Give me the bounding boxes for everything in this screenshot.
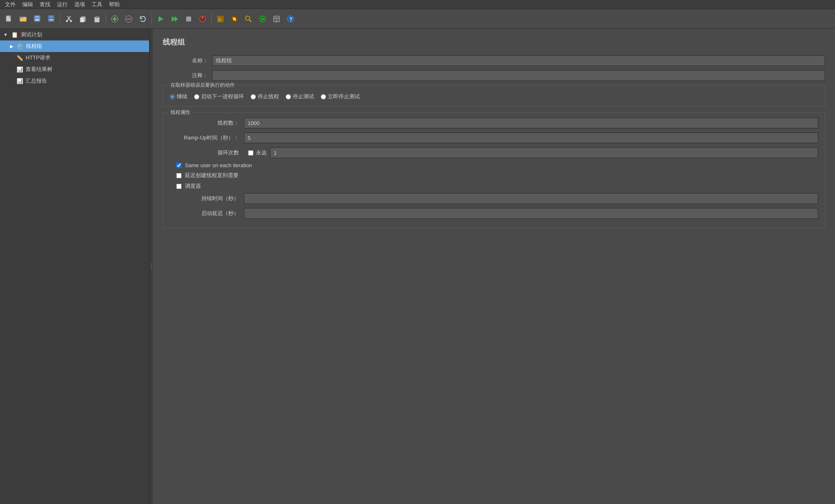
name-input[interactable] [212, 55, 825, 66]
clear-button[interactable] [228, 12, 241, 26]
expand-arrow: ▼ [3, 32, 8, 37]
menu-run[interactable]: 运行 [54, 0, 71, 9]
svg-marker-36 [262, 17, 265, 21]
svg-rect-5 [35, 19, 39, 21]
run-button[interactable] [154, 12, 167, 26]
thread-props-title: 线程属性 [168, 109, 193, 116]
loop-forever-container: 永远 [248, 149, 267, 156]
scheduler-checkbox[interactable] [176, 184, 182, 189]
svg-marker-24 [175, 16, 178, 22]
radio-stop-test-label: 停止测试 [293, 93, 314, 100]
sidebar-item-view-results-tree[interactable]: 📊 查看结果树 [0, 64, 149, 75]
thread-group-icon: ⚙️ [17, 43, 24, 50]
svg-line-34 [249, 20, 251, 22]
save-all-button[interactable] [31, 12, 44, 26]
search-button[interactable] [242, 12, 255, 26]
separator-1 [60, 13, 60, 25]
cut-button[interactable] [62, 12, 76, 26]
ramp-up-input[interactable] [244, 133, 818, 143]
loop-count-row: 循环次数 永远 [170, 147, 818, 158]
sidebar-item-http-request[interactable]: ✏️ HTTP请求 [0, 52, 149, 64]
svg-marker-22 [158, 16, 163, 22]
loop-count-input[interactable] [270, 147, 818, 158]
menu-file[interactable]: 文件 [2, 0, 19, 9]
remote-start-button[interactable] [256, 12, 269, 26]
shutdown-button[interactable] [196, 12, 209, 26]
delayed-start-row: 延迟创建线程直到需要 [170, 172, 818, 179]
resize-indicator [151, 263, 152, 270]
svg-rect-14 [80, 17, 84, 22]
undo-button[interactable] [136, 12, 149, 26]
add-button[interactable] [108, 12, 121, 26]
radio-stop-test-now-label: 立即停止测试 [328, 93, 360, 100]
help-button[interactable]: ? [284, 12, 297, 26]
loop-forever-label[interactable]: 永远 [256, 149, 267, 156]
same-user-checkbox[interactable] [176, 163, 182, 168]
paste-button[interactable] [90, 12, 104, 26]
remove-button[interactable] [122, 12, 135, 26]
startup-delay-label: 启动延迟（秒） [170, 210, 244, 217]
delayed-start-label[interactable]: 延迟创建线程直到需要 [185, 172, 239, 179]
same-user-label[interactable]: Same user on each iteration [185, 162, 252, 168]
menu-bar: 文件 编辑 查找 运行 选项 工具 帮助 [0, 0, 835, 9]
delayed-start-checkbox[interactable] [176, 173, 182, 178]
dot-2 [151, 266, 152, 267]
stop-button[interactable] [182, 12, 195, 26]
radio-continue-label: 继续 [177, 93, 187, 100]
startup-delay-input[interactable] [244, 208, 818, 219]
comment-input[interactable] [212, 70, 825, 81]
test-plan-label: 测试计划 [21, 31, 42, 38]
radio-stop-test-input[interactable] [286, 94, 291, 99]
sidebar-item-thread-group[interactable]: ▶ ⚙️ 线程组 [0, 40, 149, 52]
svg-rect-27 [202, 16, 203, 19]
duration-row: 持续时间（秒） [170, 193, 818, 204]
radio-start-next-input[interactable] [194, 94, 199, 99]
results-tree-icon: 📊 [17, 66, 23, 73]
thread-count-label: 线程数： [170, 119, 244, 127]
separator-4 [211, 13, 212, 25]
duration-input[interactable] [244, 193, 818, 204]
separator-2 [106, 13, 106, 25]
radio-stop-test[interactable]: 停止测试 [286, 93, 314, 100]
save-button[interactable] [45, 12, 58, 26]
radio-start-next[interactable]: 启动下一进程循环 [194, 93, 244, 100]
startup-delay-row: 启动延迟（秒） [170, 208, 818, 219]
svg-rect-4 [35, 16, 39, 18]
radio-continue-input[interactable] [170, 94, 175, 99]
function-helper-button[interactable]: fx [214, 12, 227, 26]
name-row: 名称： [163, 55, 825, 66]
run-no-pause-button[interactable] [168, 12, 181, 26]
radio-continue[interactable]: 继续 [170, 93, 187, 100]
radio-stop-thread-input[interactable] [251, 94, 256, 99]
loop-forever-checkbox[interactable] [248, 150, 253, 156]
svg-rect-2 [20, 17, 23, 18]
radio-start-next-label: 启动下一进程循环 [201, 93, 244, 100]
thread-count-input[interactable] [244, 118, 818, 128]
radio-stop-test-now-input[interactable] [321, 94, 326, 99]
template-button[interactable] [270, 12, 283, 26]
menu-help[interactable]: 帮助 [106, 0, 123, 9]
new-button[interactable] [2, 12, 16, 26]
test-plan-icon: 📋 [11, 31, 18, 38]
ramp-up-label: Ramp-Up时间（秒）： [170, 134, 244, 142]
menu-find[interactable]: 查找 [36, 0, 54, 9]
sidebar-resize-handle[interactable] [149, 29, 153, 504]
radio-stop-thread[interactable]: 停止线程 [251, 93, 279, 100]
menu-tools[interactable]: 工具 [88, 0, 106, 9]
svg-rect-8 [49, 19, 53, 21]
radio-stop-test-now[interactable]: 立即停止测试 [321, 93, 360, 100]
svg-rect-16 [96, 16, 98, 18]
copy-button[interactable] [76, 12, 90, 26]
open-button[interactable] [17, 12, 30, 26]
error-action-radio-group: 继续 启动下一进程循环 停止线程 停止测试 立即停止测试 [170, 90, 818, 103]
menu-edit[interactable]: 编辑 [19, 0, 36, 9]
svg-text:?: ? [289, 17, 292, 22]
thread-properties-section: 线程属性 线程数： Ramp-Up时间（秒）： 循环次数 永远 [163, 112, 825, 228]
loop-count-label: 循环次数 [170, 149, 244, 156]
scheduler-label[interactable]: 调度器 [185, 182, 201, 190]
sidebar-item-summary-report[interactable]: 📊 汇总报告 [0, 75, 149, 87]
menu-options[interactable]: 选项 [71, 0, 88, 9]
sidebar-item-test-plan[interactable]: ▼ 📋 测试计划 [0, 29, 149, 40]
svg-point-11 [66, 20, 68, 22]
svg-rect-7 [50, 16, 53, 18]
